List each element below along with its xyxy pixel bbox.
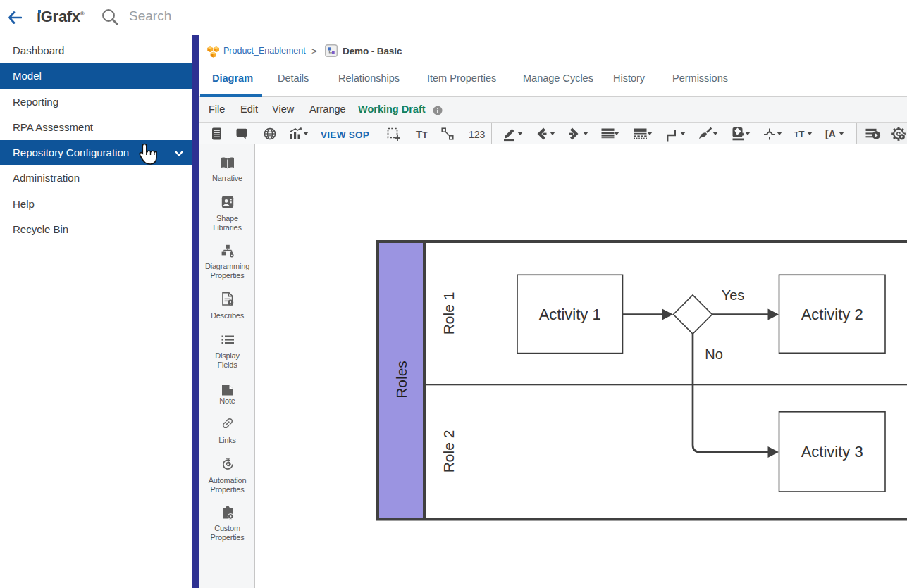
svg-text:No: No	[705, 346, 723, 362]
svg-text:Activity 1: Activity 1	[539, 306, 601, 323]
svg-text:Yes: Yes	[722, 287, 745, 303]
svg-text:Roles: Roles	[393, 361, 409, 399]
svg-text:Role 1: Role 1	[440, 292, 457, 335]
svg-text:Activity 3: Activity 3	[801, 443, 863, 461]
svg-text:Activity 2: Activity 2	[801, 306, 863, 323]
svg-text:Role 2: Role 2	[440, 430, 457, 473]
